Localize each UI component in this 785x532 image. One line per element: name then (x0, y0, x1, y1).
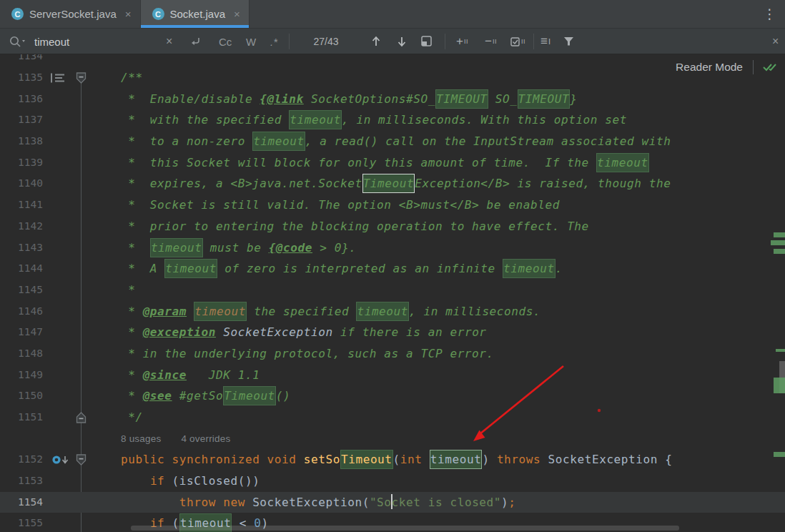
line-number: 1145 (0, 280, 43, 301)
fold-down-icon[interactable] (76, 72, 87, 84)
inspections-ok-check-icon[interactable] (762, 61, 778, 74)
select-all-occurrences-icon[interactable] (420, 29, 433, 54)
select-all-matches-icon[interactable]: II (510, 29, 525, 54)
code-line[interactable]: 1140 * expires, a <B>java.net.SocketTime… (0, 173, 785, 194)
code-line[interactable]: 1148 * in the underlying protocol, such … (0, 343, 785, 365)
search-match: timeout (150, 238, 203, 257)
search-input[interactable]: timeout (34, 29, 69, 54)
code-token: throw (179, 496, 216, 509)
code-token: ) (501, 496, 508, 509)
code-text: * in the underlying protocol, such as a … (92, 343, 785, 365)
search-match-stripe[interactable] (774, 378, 785, 393)
search-match: timeout (596, 153, 649, 172)
code-token: */ (92, 410, 143, 424)
toolbar-separator (445, 34, 445, 49)
horizontal-scrollbar-thumb[interactable] (131, 526, 679, 531)
match-case-toggle[interactable]: Cc (219, 29, 232, 54)
code-token (187, 305, 194, 318)
code-token: cket is closed" (392, 496, 502, 509)
code-line[interactable]: 1136 * Enable/disable {@link SocketOptio… (0, 89, 785, 110)
code-lines: 11341135 /**1136 * Enable/disable {@link… (0, 54, 785, 532)
tab-label: Socket.java (170, 8, 226, 20)
code-token: , a read() call on the InputStream assoc… (305, 134, 671, 148)
filter-lines-icon[interactable]: ≡I (540, 29, 551, 54)
search-match-stripe[interactable] (774, 232, 785, 237)
code-token (164, 453, 172, 466)
search-match: timeout (164, 259, 217, 278)
line-number: 1148 (0, 343, 43, 365)
search-match-stripe[interactable] (776, 349, 785, 352)
line-number: 1144 (0, 258, 43, 280)
reader-mode-widget: Reader Mode (676, 60, 778, 74)
fold-up-icon[interactable] (76, 411, 87, 423)
code-token: /** (92, 71, 143, 84)
code-token: @param (143, 305, 187, 318)
code-token: } (570, 92, 577, 106)
code-token: new (223, 496, 245, 509)
code-editor[interactable]: 11341135 /**1136 * Enable/disable {@link… (0, 54, 785, 532)
search-filter-icon[interactable] (563, 29, 574, 54)
code-line[interactable]: 1135 /** (0, 67, 785, 89)
remove-occurrence-icon[interactable]: −II (485, 29, 497, 54)
tab-socket-java[interactable]: C Socket.java × (141, 0, 250, 28)
fold-down-icon[interactable] (76, 454, 87, 466)
code-line[interactable]: 1154 throw new SocketException("Socket i… (0, 492, 785, 513)
override-icon[interactable] (51, 454, 71, 466)
tab-serversocket-java[interactable]: C ServerSocket.java × (0, 0, 141, 28)
code-line[interactable]: 1139 * this Socket will block for only t… (0, 152, 785, 174)
code-token: @see (143, 389, 172, 403)
code-line[interactable]: 1137 * with the specified timeout, in mi… (0, 109, 785, 131)
code-token: @exception (143, 325, 216, 339)
code-line[interactable]: 1143 * timeout must be {@code > 0}. (0, 237, 785, 259)
next-occurrence-button[interactable] (396, 29, 408, 54)
code-line[interactable]: 1142 * prior to entering the blocking op… (0, 216, 785, 237)
code-token: the specified (247, 305, 357, 318)
code-line[interactable]: 1145 * (0, 280, 785, 301)
search-field-icon-group[interactable] (9, 29, 27, 54)
search-match-stripe[interactable] (771, 240, 785, 245)
code-token (260, 453, 267, 466)
code-text: * timeout must be {@code > 0}. (92, 237, 785, 259)
code-line[interactable]: 1146 * @param timeout the specified time… (0, 301, 785, 322)
line-number: 1139 (0, 152, 43, 174)
line-number: 1140 (0, 173, 43, 194)
code-text: * this Socket will block for only this a… (92, 152, 785, 174)
code-line[interactable]: 1134 (0, 54, 785, 67)
code-token: * this Socket will block for only this a… (92, 156, 596, 169)
add-occurrence-icon[interactable]: +II (456, 29, 468, 54)
reader-mode-label[interactable]: Reader Mode (676, 61, 743, 74)
inlay-hint-line[interactable]: 8 usages4 overrides (0, 428, 785, 450)
search-match-stripe[interactable] (774, 452, 785, 457)
code-line[interactable]: 1138 * to a non-zero timeout, a read() c… (0, 131, 785, 152)
line-number: 1142 (0, 216, 43, 237)
tab-label: ServerSocket.java (29, 8, 117, 20)
code-line[interactable]: 1152 public synchronized void setSoTimeo… (0, 449, 785, 471)
newline-icon[interactable] (189, 29, 202, 54)
code-line[interactable]: 1141 * Socket is still valid. The option… (0, 194, 785, 216)
code-line[interactable]: 1153 if (isClosed()) (0, 471, 785, 492)
whole-words-toggle[interactable]: W (246, 29, 256, 54)
code-line[interactable]: 1151 */ (0, 407, 785, 428)
regex-toggle[interactable]: .* (270, 29, 277, 54)
code-token: > 0}. (312, 241, 356, 255)
code-token: if there is an error (333, 325, 487, 339)
close-tab-icon[interactable]: × (234, 9, 240, 19)
code-line[interactable]: 1144 * A timeout of zero is interpreted … (0, 258, 785, 280)
close-tab-icon[interactable]: × (125, 9, 132, 19)
previous-occurrence-button[interactable] (370, 29, 382, 54)
line-number: 1134 (0, 54, 43, 67)
code-text: * @see #getSoTimeout() (92, 385, 785, 407)
close-search-icon[interactable]: × (772, 29, 779, 54)
ide-window: C ServerSocket.java × C Socket.java × ⋮ … (0, 0, 785, 532)
line-number: 1141 (0, 194, 43, 216)
code-token: 8 usages (121, 433, 161, 444)
code-token (540, 453, 548, 466)
tab-options-kebab-icon[interactable]: ⋮ (754, 6, 785, 22)
code-token: @since (143, 368, 187, 382)
code-line[interactable]: 1149 * @since JDK 1.1 (0, 365, 785, 386)
code-line[interactable]: 1147 * @exception SocketException if the… (0, 322, 785, 343)
clear-search-icon[interactable]: × (166, 29, 172, 54)
code-line[interactable]: 1150 * @see #getSoTimeout() (0, 385, 785, 407)
comment-lines-icon[interactable] (50, 72, 66, 84)
search-match-stripe[interactable] (774, 249, 785, 254)
